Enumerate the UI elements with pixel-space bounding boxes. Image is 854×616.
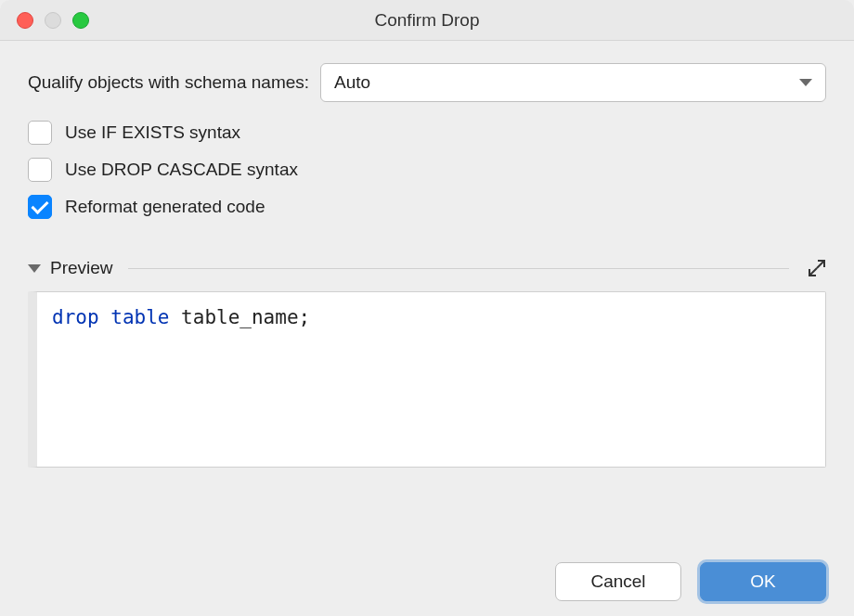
traffic-lights xyxy=(0,12,89,29)
option-if-exists-row: Use IF EXISTS syntax xyxy=(28,121,826,145)
reformat-checkbox[interactable] xyxy=(28,195,52,219)
qualify-label: Qualify objects with schema names: xyxy=(28,72,309,93)
reformat-label: Reformat generated code xyxy=(65,197,265,217)
if-exists-label: Use IF EXISTS syntax xyxy=(65,122,240,143)
drop-cascade-label: Use DROP CASCADE syntax xyxy=(65,160,298,180)
sql-text: table_name; xyxy=(169,306,310,328)
qualify-select[interactable]: Auto xyxy=(320,63,826,102)
zoom-window-button[interactable] xyxy=(72,12,89,29)
disclosure-triangle-icon[interactable] xyxy=(28,264,41,273)
dialog-footer: Cancel OK xyxy=(555,562,826,601)
minimize-window-button xyxy=(45,12,61,29)
preview-section-header: Preview xyxy=(28,258,826,278)
titlebar: Confirm Drop xyxy=(0,0,854,41)
divider xyxy=(128,268,789,269)
if-exists-checkbox[interactable] xyxy=(28,121,52,145)
close-window-button[interactable] xyxy=(17,12,33,29)
sql-keyword: drop xyxy=(52,306,99,328)
ok-button[interactable]: OK xyxy=(700,562,826,601)
cancel-button[interactable]: Cancel xyxy=(555,562,681,601)
preview-code-area[interactable]: drop table table_name; xyxy=(28,291,826,468)
sql-keyword: table xyxy=(110,306,169,328)
preview-title: Preview xyxy=(50,258,113,278)
dialog-content: Qualify objects with schema names: Auto … xyxy=(0,41,854,468)
chevron-down-icon xyxy=(799,79,812,86)
qualify-row: Qualify objects with schema names: Auto xyxy=(28,63,826,102)
option-drop-cascade-row: Use DROP CASCADE syntax xyxy=(28,158,826,182)
qualify-select-value: Auto xyxy=(334,72,370,93)
drop-cascade-checkbox[interactable] xyxy=(28,158,52,182)
expand-icon[interactable] xyxy=(808,259,826,277)
window-title: Confirm Drop xyxy=(0,10,854,31)
option-reformat-row: Reformat generated code xyxy=(28,195,826,219)
